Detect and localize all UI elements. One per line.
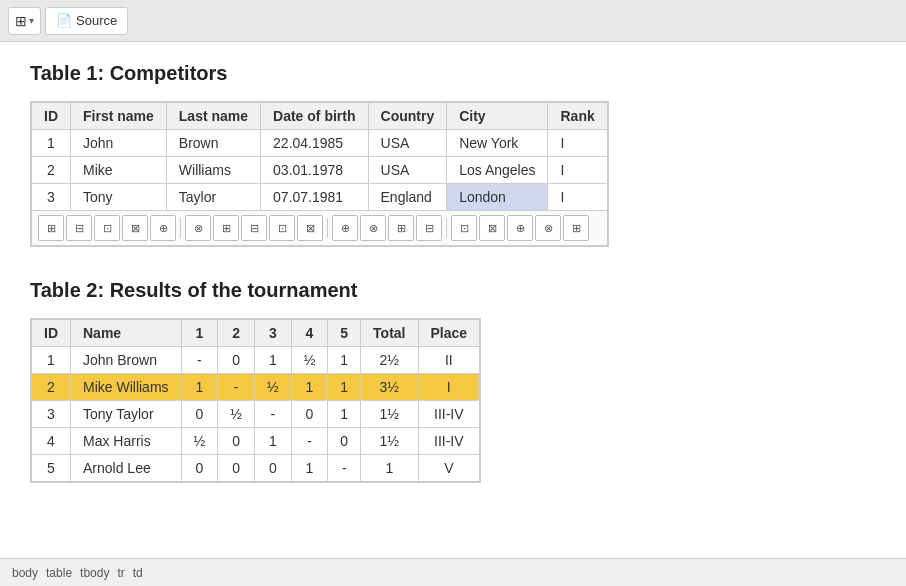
table-cell[interactable]: Max Harris xyxy=(71,428,182,455)
tt-insert-row-below[interactable]: ⊟ xyxy=(66,215,92,241)
table-cell[interactable]: 1 xyxy=(291,455,328,482)
table-cell[interactable]: Arnold Lee xyxy=(71,455,182,482)
t2-col-4: 4 xyxy=(291,320,328,347)
tt-col-merge[interactable]: ⊡ xyxy=(269,215,295,241)
table-cell[interactable]: 0 xyxy=(218,455,255,482)
table-cell[interactable]: Los Angeles xyxy=(447,157,548,184)
table-cell[interactable]: 0 xyxy=(218,428,255,455)
table-cell[interactable]: 1 xyxy=(254,347,291,374)
col-header-rank: Rank xyxy=(548,103,607,130)
table-cell[interactable]: 22.04.1985 xyxy=(261,130,368,157)
table-cell[interactable]: 1 xyxy=(328,374,361,401)
tt-align-left[interactable]: ⊕ xyxy=(332,215,358,241)
tt-caption[interactable]: ⊗ xyxy=(535,215,561,241)
table-cell[interactable]: 0 xyxy=(218,347,255,374)
table-cell[interactable]: - xyxy=(291,428,328,455)
source-button[interactable]: 📄 Source xyxy=(45,7,128,35)
table-cell[interactable]: 0 xyxy=(291,401,328,428)
table-cell[interactable]: England xyxy=(368,184,447,211)
table-cell[interactable]: 0 xyxy=(181,455,218,482)
table-cell[interactable]: Brown xyxy=(166,130,260,157)
table-cell[interactable]: 1 xyxy=(291,374,328,401)
table-cell[interactable]: 2 xyxy=(32,374,71,401)
tt-delete-col[interactable]: ⊟ xyxy=(241,215,267,241)
status-body[interactable]: body xyxy=(12,566,38,580)
table-cell[interactable]: - xyxy=(254,401,291,428)
table-cell[interactable]: III-IV xyxy=(418,428,480,455)
table-cell[interactable]: - xyxy=(328,455,361,482)
main-toolbar: ⊞ ▾ 📄 Source xyxy=(0,0,906,42)
table-cell[interactable]: I xyxy=(548,157,607,184)
tt-split-cells[interactable]: ⊕ xyxy=(150,215,176,241)
table-cell[interactable]: Mike Williams xyxy=(71,374,182,401)
table-cell[interactable]: V xyxy=(418,455,480,482)
table-cell[interactable]: 1 xyxy=(32,347,71,374)
table-cell[interactable]: 3½ xyxy=(361,374,418,401)
table-cell[interactable]: Tony xyxy=(71,184,167,211)
table-cell[interactable]: 1 xyxy=(181,374,218,401)
table2-header-row: ID Name 1 2 3 4 5 Total Place xyxy=(32,320,480,347)
table-cell[interactable]: II xyxy=(418,347,480,374)
table-cell[interactable]: I xyxy=(548,130,607,157)
table-cell[interactable]: John xyxy=(71,130,167,157)
table-cell[interactable]: 0 xyxy=(181,401,218,428)
table-cell[interactable]: Williams xyxy=(166,157,260,184)
table-cell[interactable]: III-IV xyxy=(418,401,480,428)
format-dropdown[interactable]: ⊞ ▾ xyxy=(8,7,41,35)
status-tr[interactable]: tr xyxy=(117,566,124,580)
table-cell[interactable]: ½ xyxy=(291,347,328,374)
table-cell[interactable]: 1 xyxy=(254,428,291,455)
table-cell[interactable]: 1 xyxy=(328,401,361,428)
table-cell[interactable]: 1 xyxy=(361,455,418,482)
table-cell[interactable]: John Brown xyxy=(71,347,182,374)
table-cell[interactable]: I xyxy=(418,374,480,401)
table-cell[interactable]: - xyxy=(218,374,255,401)
status-td[interactable]: td xyxy=(133,566,143,580)
table1-section: Table 1: Competitors ID First name Last … xyxy=(30,62,876,255)
table-cell[interactable]: New York xyxy=(447,130,548,157)
table-cell[interactable]: 1½ xyxy=(361,428,418,455)
tt-border-outer[interactable]: ⊕ xyxy=(507,215,533,241)
table-cell[interactable]: Mike xyxy=(71,157,167,184)
status-table[interactable]: table xyxy=(46,566,72,580)
table-cell[interactable]: Taylor xyxy=(166,184,260,211)
table-cell[interactable]: USA xyxy=(368,157,447,184)
table-cell[interactable]: 2 xyxy=(32,157,71,184)
table-cell[interactable]: 07.07.1981 xyxy=(261,184,368,211)
table-cell[interactable]: 1 xyxy=(32,130,71,157)
table-cell[interactable]: ½ xyxy=(181,428,218,455)
tt-border-all[interactable]: ⊠ xyxy=(479,215,505,241)
status-tbody[interactable]: tbody xyxy=(80,566,109,580)
table-cell[interactable]: 0 xyxy=(328,428,361,455)
table-cell[interactable]: ½ xyxy=(254,374,291,401)
t2-col-1: 1 xyxy=(181,320,218,347)
table-cell[interactable]: ½ xyxy=(218,401,255,428)
table-cell[interactable]: 2½ xyxy=(361,347,418,374)
tt-col-split[interactable]: ⊠ xyxy=(297,215,323,241)
tt-align-center[interactable]: ⊗ xyxy=(360,215,386,241)
table-cell[interactable]: 5 xyxy=(32,455,71,482)
table-cell[interactable]: 0 xyxy=(254,455,291,482)
table-cell[interactable]: 1½ xyxy=(361,401,418,428)
table-cell[interactable]: Tony Taylor xyxy=(71,401,182,428)
tt-insert-col-right[interactable]: ⊞ xyxy=(213,215,239,241)
table-cell[interactable]: 1 xyxy=(328,347,361,374)
table-cell[interactable]: USA xyxy=(368,130,447,157)
table-cell[interactable]: I xyxy=(548,184,607,211)
tt-delete-row[interactable]: ⊡ xyxy=(94,215,120,241)
table-cell[interactable]: London xyxy=(447,184,548,211)
tt-insert-col-left[interactable]: ⊗ xyxy=(185,215,211,241)
table-cell[interactable]: - xyxy=(181,347,218,374)
tt-table-props[interactable]: ⊟ xyxy=(416,215,442,241)
tt-insert-row-above[interactable]: ⊞ xyxy=(38,215,64,241)
tt-delete-table[interactable]: ⊞ xyxy=(563,215,589,241)
tt-border-none[interactable]: ⊡ xyxy=(451,215,477,241)
t2-col-total: Total xyxy=(361,320,418,347)
table-cell[interactable]: 3 xyxy=(32,401,71,428)
table-cell[interactable]: 3 xyxy=(32,184,71,211)
tt-merge-cells[interactable]: ⊠ xyxy=(122,215,148,241)
table-cell[interactable]: 4 xyxy=(32,428,71,455)
toolbar-separator2 xyxy=(327,218,328,238)
table-cell[interactable]: 03.01.1978 xyxy=(261,157,368,184)
tt-align-right[interactable]: ⊞ xyxy=(388,215,414,241)
